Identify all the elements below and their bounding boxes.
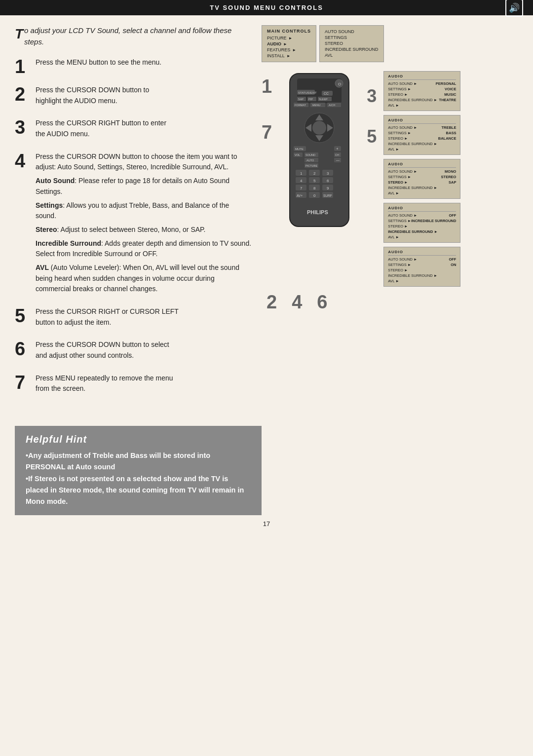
svg-text:SOUND: SOUND — [305, 153, 315, 156]
svg-text:SAP: SAP — [298, 98, 304, 101]
step-content-3: Press the CURSOR RIGHT button to enterth… — [36, 118, 252, 142]
right-step-numbers: 3 5 — [367, 86, 377, 147]
page-number: 17 — [15, 515, 518, 532]
submenu-stereo: STEREO — [325, 40, 379, 46]
hint-content: •Any adjustment of Treble and Bass will … — [26, 450, 251, 507]
step-num-4-overlay: 4 — [292, 292, 302, 313]
left-step-numbers: 1 7 — [262, 76, 272, 143]
remote-section: 1 7 O CC STATUS/EXIT — [262, 71, 469, 287]
helpful-hint-box: Helpful Hint •Any adjustment of Treble a… — [15, 426, 262, 515]
svg-text:8: 8 — [313, 186, 316, 190]
step-content-5: Press the CURSOR RIGHT or CURSOR LEFTbut… — [36, 306, 252, 331]
svg-text:FORMAT: FORMAT — [295, 104, 306, 107]
svg-text:2: 2 — [313, 171, 316, 176]
submenu-avl: AVL — [325, 52, 379, 58]
audio-menu-2: AUDIO AUTO SOUND ► TREBLE SETTINGS ► BAS… — [383, 115, 460, 155]
step-content-4: Press the CURSOR DOWN button to choose t… — [36, 151, 252, 298]
step-num-6-overlay: 6 — [317, 292, 327, 313]
hint-title: Helpful Hint — [26, 434, 251, 445]
step-num-1-overlay: 1 — [262, 76, 272, 97]
step-7: 7 Press MENU repeatedly to remove the me… — [15, 373, 252, 397]
svg-text:3: 3 — [327, 171, 329, 176]
step-4: 4 Press the CURSOR DOWN button to choose… — [15, 151, 252, 298]
diagram-column: MAIN CONTROLS PICTURE ► AUDIO ► FEATURES… — [262, 25, 469, 406]
drop-cap: T — [15, 27, 23, 41]
svg-text:9: 9 — [327, 186, 329, 190]
step-number-6: 6 — [15, 340, 29, 358]
svg-text:4: 4 — [300, 179, 303, 183]
remote-svg: O CC STATUS/EXIT SAP PIP SLEEP — [275, 71, 364, 239]
svg-text:MUTE: MUTE — [295, 148, 304, 151]
step-num-5-overlay: 5 — [367, 126, 377, 147]
audio-menu-1: AUDIO AUTO SOUND ► PERSONAL SETTINGS ► V… — [383, 71, 460, 111]
main-controls-box: MAIN CONTROLS PICTURE ► AUDIO ► FEATURES… — [262, 25, 316, 62]
intro-body: o adjust your LCD TV Sound, select a cha… — [24, 26, 231, 46]
step-number-5: 5 — [15, 306, 29, 325]
menu-item-audio: AUDIO ► — [267, 41, 311, 47]
step-num-3-overlay: 3 — [367, 86, 377, 107]
svg-text:O: O — [338, 82, 341, 86]
sound-icon: 🔊 — [505, 0, 523, 17]
svg-text:MENU: MENU — [312, 104, 320, 107]
svg-text:1: 1 — [300, 171, 303, 176]
submenu-settings: SETTINGS — [325, 35, 379, 40]
main-controls-title: MAIN CONTROLS — [267, 29, 311, 34]
step-content-6: Press the CURSOR DOWN button to selectan… — [36, 340, 252, 364]
bottom-section: Helpful Hint •Any adjustment of Treble a… — [0, 426, 533, 542]
audio-menus: AUDIO AUTO SOUND ► PERSONAL SETTINGS ► V… — [383, 71, 460, 287]
svg-text:STATUS/EXIT: STATUS/EXIT — [298, 91, 317, 94]
svg-text:SLEEP: SLEEP — [319, 98, 328, 101]
menu-item-features: FEATURES ► — [267, 47, 311, 53]
submenu-incredible-surround: INCREDIBLE SURROUND — [325, 46, 379, 52]
page-header: TV Sound Menu Controls 🔊 — [0, 0, 533, 15]
step-3: 3 Press the CURSOR RIGHT button to enter… — [15, 118, 252, 142]
step-number-4: 4 — [15, 151, 29, 170]
main-menu-diagram: MAIN CONTROLS PICTURE ► AUDIO ► FEATURES… — [262, 25, 469, 62]
svg-text:PIP: PIP — [308, 98, 313, 101]
menu-item-install: INSTALL ► — [267, 53, 311, 59]
step-number-2: 2 — [15, 85, 29, 104]
text-column: T o adjust your LCD TV Sound, select a c… — [15, 25, 252, 406]
svg-text:5: 5 — [313, 179, 316, 183]
step-number-3: 3 — [15, 118, 29, 137]
svg-text:CH: CH — [335, 153, 339, 156]
remote-control: O CC STATUS/EXIT SAP PIP SLEEP — [275, 71, 364, 241]
step-num-7-overlay: 7 — [262, 122, 272, 143]
svg-text:6: 6 — [327, 179, 329, 183]
svg-text:+: + — [336, 147, 339, 151]
svg-text:PHILIPS: PHILIPS — [307, 209, 328, 215]
intro-text: T o adjust your LCD TV Sound, select a c… — [15, 25, 252, 47]
step-5: 5 Press the CURSOR RIGHT or CURSOR LEFTb… — [15, 306, 252, 331]
step-number-7: 7 — [15, 373, 29, 392]
svg-text:—: — — [336, 158, 340, 162]
step-content-1: Press the MENU button to see the menu. — [36, 57, 252, 71]
bottom-step-numbers: 2 4 6 — [262, 292, 469, 313]
svg-text:VOL: VOL — [295, 153, 300, 156]
step-2: 2 Press the CURSOR DOWN button tohighlig… — [15, 85, 252, 109]
step-number-1: 1 — [15, 57, 29, 76]
header-title: TV Sound Menu Controls — [210, 4, 323, 11]
step-6: 6 Press the CURSOR DOWN button to select… — [15, 340, 252, 364]
svg-text:AUTO: AUTO — [306, 159, 314, 162]
svg-text:7: 7 — [300, 186, 303, 190]
audio-menu-4: AUDIO AUTO SOUND ► OFF SETTINGS ► INCRED… — [383, 203, 460, 243]
step-1: 1 Press the MENU button to see the menu. — [15, 57, 252, 76]
svg-point-25 — [312, 121, 326, 135]
audio-menu-3: AUDIO AUTO SOUND ► MONO SETTINGS ► STERE… — [383, 159, 460, 199]
svg-text:SURF: SURF — [323, 194, 332, 197]
step-content-2: Press the CURSOR DOWN button tohighlight… — [36, 85, 252, 109]
menu-item-picture: PICTURE ► — [267, 35, 311, 41]
step-num-2-overlay: 2 — [266, 292, 277, 313]
svg-text:0: 0 — [313, 193, 316, 198]
audio-submenu-box: AUTO SOUND SETTINGS STEREO INCREDIBLE SU… — [319, 25, 384, 62]
step-content-7: Press MENU repeatedly to remove the menu… — [36, 373, 252, 397]
svg-text:PICTURE: PICTURE — [305, 164, 317, 167]
submenu-auto-sound: AUTO SOUND — [325, 29, 379, 35]
svg-text:CC: CC — [324, 92, 329, 95]
svg-text:AV+: AV+ — [297, 194, 303, 197]
audio-menu-5: AUDIO AUTO SOUND ► OFF SETTINGS ► ON STE… — [383, 247, 460, 287]
svg-text:A/CH: A/CH — [329, 104, 335, 107]
